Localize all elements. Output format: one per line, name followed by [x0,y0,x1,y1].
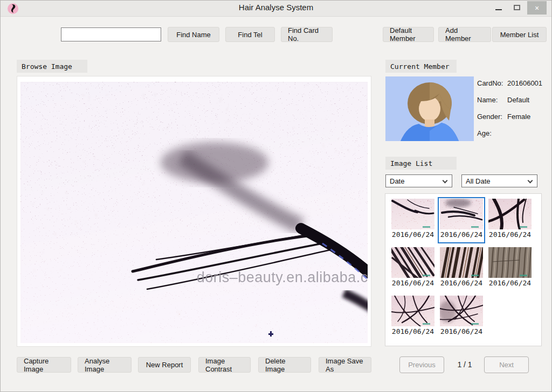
image-thumbnail-7[interactable]: 2016/06/24 [389,294,437,340]
gender-label: Gender: [477,113,507,123]
member-name-row: Name: Default [477,96,550,106]
thumbnail-image [440,247,483,278]
name-label: Name: [477,96,507,106]
thumbnail-date: 2016/06/24 [390,327,436,335]
maximize-button[interactable] [508,1,526,15]
minimize-icon [495,9,502,10]
thumbnail-image [391,199,434,229]
member-list-button[interactable]: Member List [492,27,547,42]
image-thumbnail-2-selected[interactable]: 2016/06/24 [438,197,485,243]
thumbnail-grid: 2016/06/24 2016/06/24 [385,193,542,346]
close-button[interactable]: × [527,1,547,15]
chevron-down-icon [443,178,448,184]
browse-image-label: Browse Image [17,60,87,73]
thumbnail-date: 2016/06/24 [439,327,484,335]
thumbnail-image [488,247,532,278]
thumbnail-date: 2016/06/24 [439,230,484,239]
cardno-label: CardNo: [477,79,507,89]
cardno-value: 201606001 [507,79,550,89]
image-thumbnail-3[interactable]: 2016/06/24 [486,197,534,243]
chevron-down-icon [528,178,533,184]
gender-value: Female [507,113,550,123]
member-cardno-row: CardNo: 201606001 [477,79,550,89]
member-gender-row: Gender: Female [477,113,550,123]
default-member-button[interactable]: Default Member [383,27,434,42]
date-filter-select[interactable]: All Date [461,174,537,187]
watermark-text: doris–beauty.en.alibaba.com [197,269,368,285]
find-tel-button[interactable]: Find Tel [225,27,275,42]
thumbnail-date: 2016/06/24 [390,230,436,239]
image-thumbnail-8[interactable]: 2016/06/24 [438,294,485,340]
image-thumbnail-5[interactable]: 2016/06/24 [438,246,485,292]
delete-image-button[interactable]: Delete Image [258,357,311,373]
scalp-microscope-image: doris–beauty.en.alibaba.com 2016/06/24 1… [20,82,368,343]
close-icon: × [535,4,539,12]
analyse-image-button[interactable]: Analyse Image [78,357,132,373]
member-avatar [385,76,474,141]
date-filter-value: All Date [466,177,491,185]
name-value: Default [507,96,550,106]
thumbnail-date: 2016/06/24 [487,230,533,239]
image-thumbnail-1[interactable]: 2016/06/24 [389,197,437,243]
member-age-row: Age: [477,129,550,139]
page-indicator: 1 / 1 [449,360,480,369]
window-title: Hair Analyse System [1,3,551,12]
member-info: CardNo: 201606001 Name: Default Gender: … [477,79,550,146]
capture-image-button[interactable]: Capture Image [17,357,71,373]
sort-by-select[interactable]: Date [385,174,452,187]
app-window: Hair Analyse System × Find Name Find Tel… [0,0,552,392]
image-thumbnail-4[interactable]: 2016/06/24 [389,246,437,292]
maximize-icon [514,5,520,10]
new-report-button[interactable]: New Report [138,357,191,373]
thumbnail-date: 2016/06/24 [439,279,484,287]
next-page-button[interactable]: Next [484,356,529,373]
add-member-button[interactable]: Add Member [438,27,491,42]
image-list-label: Image List [385,157,457,170]
age-label: Age: [477,129,507,139]
browse-image-panel: doris–beauty.en.alibaba.com 2016/06/24 1… [17,76,371,347]
thumbnail-image [391,247,434,278]
thumbnail-date: 2016/06/24 [390,279,436,287]
image-thumbnail-6[interactable]: 2016/06/24 [486,246,534,292]
current-member-label: Current Member [385,60,457,73]
minimize-button[interactable] [490,1,507,15]
find-card-no-button[interactable]: Find Card No. [281,27,333,42]
image-save-as-button[interactable]: Image Save As [319,357,371,373]
previous-page-button[interactable]: Previous [399,356,444,373]
thumbnail-image [440,296,483,326]
title-bar: Hair Analyse System × [1,1,551,17]
thumbnail-image [440,199,483,229]
image-contrast-button[interactable]: Image Contrast [198,357,251,373]
age-value [507,129,550,139]
thumbnail-image [488,199,532,229]
thumbnail-image [391,296,434,326]
search-input[interactable] [61,27,161,41]
find-name-button[interactable]: Find Name [168,27,219,42]
thumbnail-date: 2016/06/24 [487,279,533,287]
sort-by-value: Date [390,177,404,185]
